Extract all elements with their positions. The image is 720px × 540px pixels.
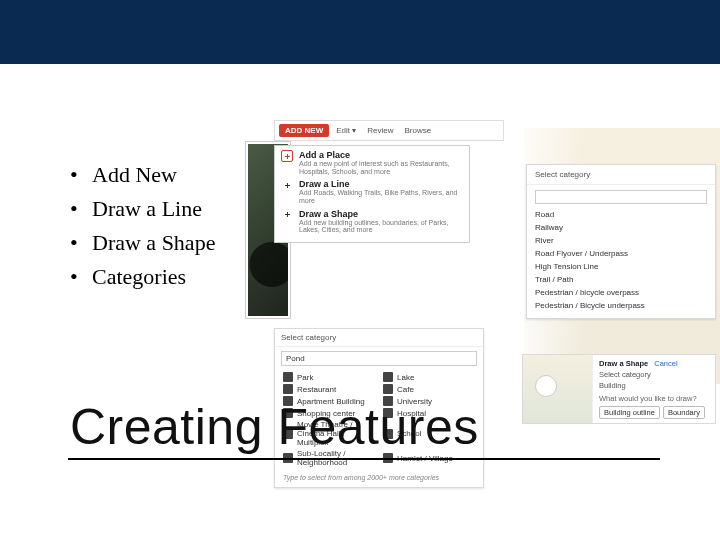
slide-body: Add New Draw a Line Draw a Shape Categor… bbox=[0, 64, 720, 540]
category-item[interactable]: Road bbox=[535, 208, 707, 221]
header-bar bbox=[0, 0, 720, 64]
toolbar-row: ADD NEW Edit ▾ Review Browse bbox=[274, 120, 504, 141]
catgrid-item[interactable]: Cafe bbox=[383, 384, 475, 394]
category-search-input[interactable] bbox=[535, 190, 707, 204]
catgrid-item[interactable]: Restaurant bbox=[283, 384, 375, 394]
category-item[interactable]: Pedestrian / Bicycle underpass bbox=[535, 299, 707, 312]
category-item[interactable]: High Tension Line bbox=[535, 260, 707, 273]
catgrid-item[interactable]: Park bbox=[283, 372, 375, 382]
shape-icon: ＋ bbox=[281, 209, 293, 221]
popup-row-desc: Add a new point of interest such as Rest… bbox=[299, 160, 463, 175]
bullet-item: Draw a Line bbox=[70, 192, 215, 226]
screenshot-category-list: Select category Road Railway River Road … bbox=[526, 164, 716, 319]
popup-row-desc: Add new building outlines, boundaries, o… bbox=[299, 219, 463, 234]
category-item[interactable]: Trail / Path bbox=[535, 273, 707, 286]
toolbar-item-edit[interactable]: Edit ▾ bbox=[332, 125, 360, 136]
bullet-text: Draw a Shape bbox=[92, 230, 215, 255]
bullet-text: Add New bbox=[92, 162, 177, 187]
bullet-item: Add New bbox=[70, 158, 215, 192]
category-item[interactable]: Railway bbox=[535, 221, 707, 234]
catgrid-footer: Type to select from among 2000+ more cat… bbox=[275, 471, 483, 487]
shape-question: What would you like to draw? bbox=[599, 394, 709, 403]
bullet-list: Add New Draw a Line Draw a Shape Categor… bbox=[70, 158, 215, 294]
bullet-item: Draw a Shape bbox=[70, 226, 215, 260]
popup-row-title[interactable]: Add a Place bbox=[299, 150, 463, 160]
popup-row-title[interactable]: Draw a Line bbox=[299, 179, 463, 189]
shape-select-label: Select category bbox=[599, 370, 709, 379]
toolbar-item-review[interactable]: Review bbox=[363, 125, 397, 136]
restaurant-icon bbox=[283, 384, 293, 394]
cafe-icon bbox=[383, 384, 393, 394]
screenshot-draw-shape: Draw a Shape Cancel Select category Buil… bbox=[522, 354, 716, 424]
cancel-link[interactable]: Cancel bbox=[654, 359, 677, 368]
category-item[interactable]: River bbox=[535, 234, 707, 247]
place-icon: ＋ bbox=[281, 150, 293, 162]
popup-row-title[interactable]: Draw a Shape bbox=[299, 209, 463, 219]
bullet-text: Draw a Line bbox=[92, 196, 202, 221]
category-list-header: Select category bbox=[527, 165, 715, 185]
compass-icon bbox=[535, 375, 557, 397]
screenshot-toolbar: ADD NEW Edit ▾ Review Browse ＋ Add a Pla… bbox=[274, 120, 504, 243]
popup-row-desc: Add Roads, Walking Trails, Bike Paths, R… bbox=[299, 189, 463, 204]
bullet-text: Categories bbox=[92, 264, 186, 289]
category-item[interactable]: Road Flyover / Underpass bbox=[535, 247, 707, 260]
shape-selected-value: Building bbox=[599, 381, 709, 390]
addnew-popup: ＋ Add a Place Add a new point of interes… bbox=[274, 145, 470, 243]
category-grid-field[interactable]: Pond bbox=[281, 351, 477, 366]
title-underline bbox=[68, 458, 660, 460]
bullet-item: Categories bbox=[70, 260, 215, 294]
category-grid-header: Select category bbox=[275, 329, 483, 347]
park-icon bbox=[283, 372, 293, 382]
mini-map bbox=[523, 355, 593, 423]
toolbar-item-browse[interactable]: Browse bbox=[400, 125, 435, 136]
shape-panel-title: Draw a Shape bbox=[599, 359, 648, 368]
catgrid-item[interactable]: Lake bbox=[383, 372, 475, 382]
screenshot-collage: ADD NEW Edit ▾ Review Browse ＋ Add a Pla… bbox=[250, 128, 720, 428]
boundary-button[interactable]: Boundary bbox=[663, 406, 705, 419]
building-outline-button[interactable]: Building outline bbox=[599, 406, 660, 419]
lake-icon bbox=[383, 372, 393, 382]
line-icon: ＋ bbox=[281, 179, 293, 191]
addnew-button[interactable]: ADD NEW bbox=[279, 124, 329, 137]
category-item[interactable]: Pedestrian / bicycle overpass bbox=[535, 286, 707, 299]
slide-title: Creating Features bbox=[70, 398, 479, 456]
